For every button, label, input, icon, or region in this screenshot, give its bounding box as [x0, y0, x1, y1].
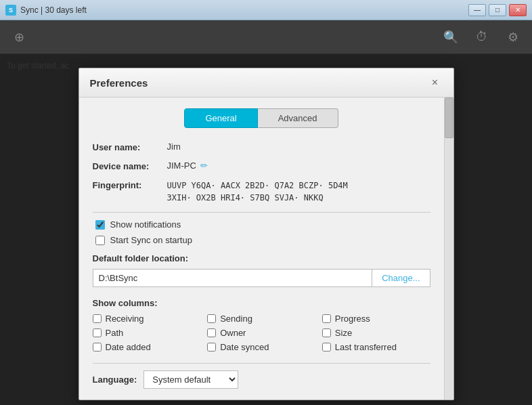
search-button[interactable]: 🔍 — [439, 25, 463, 49]
col-size-checkbox[interactable] — [322, 328, 331, 337]
col-receiving-label: Receiving — [106, 314, 144, 324]
preferences-tabs: General Advanced — [93, 108, 430, 128]
settings-button[interactable]: ⚙ — [501, 25, 525, 49]
start-sync-checkbox[interactable] — [95, 236, 105, 245]
fingerprint-value: UUVP Y6QA· AACX 2B2D· Q7A2 BCZP· 5D4M 3X… — [167, 179, 348, 204]
preferences-modal: Preferences × General Advanced — [79, 68, 454, 400]
modal-scrollbar[interactable] — [444, 98, 453, 400]
modal-close-button[interactable]: × — [428, 75, 443, 90]
modal-body: General Advanced User name: Jim Device n… — [79, 98, 453, 400]
col-owner-label: Owner — [220, 328, 246, 338]
fingerprint-line1: UUVP Y6QA· AACX 2B2D· Q7A2 BCZP· 5D4M — [167, 179, 348, 192]
col-path-checkbox[interactable] — [93, 328, 102, 337]
col-progress-checkbox[interactable] — [322, 314, 331, 323]
col-progress-label: Progress — [335, 314, 370, 324]
settings-icon: ⚙ — [508, 30, 518, 45]
username-label: User name: — [93, 142, 167, 152]
folder-label: Default folder location: — [93, 253, 430, 263]
show-notifications-label: Show notifications — [110, 219, 181, 230]
col-last-transferred: Last transferred — [322, 342, 430, 352]
columns-section: Show columns: Receiving S — [93, 298, 430, 352]
fingerprint-line2: 3XIH· OX2B HRI4· S7BQ SVJA· NKKQ — [167, 192, 348, 204]
add-icon: ⊕ — [14, 30, 24, 45]
change-folder-button[interactable]: Change... — [372, 269, 430, 287]
fingerprint-label: Fingerprint: — [93, 179, 167, 190]
col-sending-checkbox[interactable] — [207, 314, 216, 323]
divider-2 — [93, 363, 430, 364]
edit-device-name-icon[interactable]: ✏ — [200, 161, 208, 171]
device-name-label: Device name: — [93, 161, 167, 171]
modal-header: Preferences × — [79, 68, 453, 98]
add-button[interactable]: ⊕ — [7, 25, 31, 49]
show-notifications-checkbox[interactable] — [95, 220, 105, 230]
device-name-value-group: JIM-PC ✏ — [167, 161, 208, 171]
history-button[interactable]: ⏱ — [470, 25, 494, 49]
tab-advanced[interactable]: Advanced — [258, 108, 338, 128]
col-last-transferred-label: Last transferred — [335, 342, 397, 352]
col-date-synced-label: Date synced — [220, 342, 269, 352]
col-date-synced-checkbox[interactable] — [207, 343, 216, 351]
minimize-button[interactable]: — — [468, 4, 486, 16]
col-owner-checkbox[interactable] — [207, 328, 216, 337]
show-notifications-row: Show notifications — [95, 219, 430, 230]
folder-path-input[interactable] — [93, 269, 373, 287]
columns-label: Show columns: — [93, 298, 430, 308]
columns-grid: Receiving Sending Progress — [93, 314, 430, 352]
app-main: To get started, ac Preferences × Ge — [0, 54, 532, 405]
col-date-synced: Date synced — [207, 342, 315, 352]
col-path-label: Path — [106, 328, 124, 338]
col-owner: Owner — [207, 328, 315, 338]
col-sending-label: Sending — [220, 314, 252, 324]
col-progress: Progress — [322, 314, 430, 324]
col-date-added-checkbox[interactable] — [93, 343, 102, 351]
app-toolbar: ⊕ 🔍 ⏱ ⚙ — [0, 20, 532, 54]
title-bar-left: S Sync | 30 days left — [5, 5, 87, 16]
modal-title: Preferences — [90, 77, 148, 89]
close-window-button[interactable]: ✕ — [509, 4, 527, 16]
maximize-button[interactable]: □ — [489, 4, 506, 16]
modal-content: General Advanced User name: Jim Device n… — [79, 98, 444, 400]
username-value: Jim — [167, 142, 430, 152]
title-bar: S Sync | 30 days left — □ ✕ — [0, 0, 532, 20]
scrollbar-thumb[interactable] — [445, 98, 453, 138]
col-sending: Sending — [207, 314, 315, 324]
divider-1 — [93, 212, 430, 213]
app-icon: S — [5, 5, 16, 16]
start-sync-label: Start Sync on startup — [110, 235, 192, 245]
window-title: Sync | 30 days left — [20, 5, 87, 15]
folder-section: Default folder location: Change... — [93, 253, 430, 287]
col-last-transferred-checkbox[interactable] — [322, 343, 331, 351]
modal-overlay: Preferences × General Advanced — [0, 54, 532, 405]
username-row: User name: Jim — [93, 142, 430, 152]
history-icon: ⏱ — [476, 30, 488, 44]
col-date-added: Date added — [93, 342, 201, 352]
language-row: Language: System default English German … — [93, 370, 430, 389]
col-size: Size — [322, 328, 430, 338]
start-sync-row: Start Sync on startup — [95, 235, 430, 245]
language-label: Language: — [93, 375, 137, 385]
col-receiving-checkbox[interactable] — [93, 314, 102, 323]
tab-general[interactable]: General — [184, 108, 257, 128]
window-controls: — □ ✕ — [468, 4, 527, 16]
col-size-label: Size — [335, 328, 352, 338]
app-content: ⊕ 🔍 ⏱ ⚙ To get started, ac Preferences — [0, 20, 532, 405]
device-name-value: JIM-PC — [167, 161, 196, 171]
search-icon: 🔍 — [443, 30, 458, 45]
col-date-added-label: Date added — [106, 342, 151, 352]
col-receiving: Receiving — [93, 314, 201, 324]
col-path: Path — [93, 328, 201, 338]
fingerprint-row: Fingerprint: UUVP Y6QA· AACX 2B2D· Q7A2 … — [93, 179, 430, 204]
device-name-row: Device name: JIM-PC ✏ — [93, 161, 430, 171]
app-window: S Sync | 30 days left — □ ✕ ⊕ 🔍 ⏱ ⚙ — [0, 0, 532, 405]
folder-input-row: Change... — [93, 269, 430, 287]
language-select[interactable]: System default English German French Spa… — [143, 370, 238, 389]
